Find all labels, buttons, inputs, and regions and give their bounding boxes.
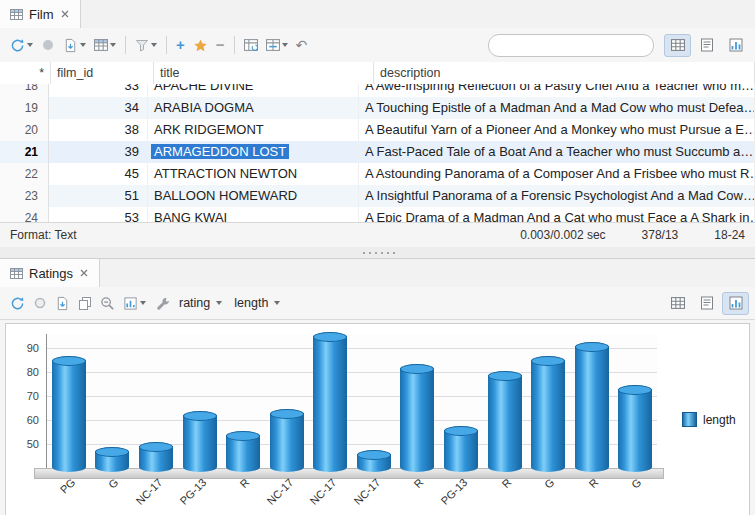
cell-title[interactable]: ATTRACTION NEWTON — [148, 163, 359, 185]
data-grid[interactable]: 1833APACHE DIVINEA Awe-Inspiring Reflect… — [0, 84, 755, 223]
cell-film-id[interactable]: 51 — [49, 185, 148, 207]
chevron-down-icon — [274, 301, 280, 305]
cell-description[interactable]: A Awe-Inspiring Reflection of a Pastry C… — [359, 84, 755, 97]
chart-settings-button[interactable] — [120, 293, 149, 314]
y-axis-field-dropdown[interactable]: length — [228, 293, 286, 313]
text-view-button[interactable] — [693, 34, 720, 57]
chevron-down-icon — [216, 301, 222, 305]
cell-title[interactable]: ARMAGEDDON LOST — [148, 141, 359, 163]
table-row[interactable]: 2453BANG KWAIA Epic Drama of a Madman An… — [0, 207, 755, 223]
x-axis-tick-label: PG-13 — [177, 476, 208, 507]
search-input[interactable] — [501, 37, 660, 53]
chart-bar — [488, 375, 522, 472]
text-view-icon — [700, 38, 714, 52]
tab-film-label: Film — [29, 7, 54, 22]
row-count: 378/13 — [642, 228, 679, 242]
reload-page-button[interactable] — [241, 35, 261, 55]
tab-ratings[interactable]: Ratings — [0, 259, 100, 287]
tab-film[interactable]: Film — [0, 0, 81, 28]
search-field[interactable] — [488, 34, 654, 57]
table-row[interactable]: 2038ARK RIDGEMONTA Beautiful Yarn of a P… — [0, 119, 755, 141]
chart-bar — [400, 368, 434, 473]
cancel-query-button[interactable] — [30, 293, 50, 313]
chart-bar — [357, 454, 391, 472]
cell-description[interactable]: A Fast-Paced Tale of a Boat And a Teache… — [359, 141, 755, 163]
chevron-down-icon — [282, 43, 288, 47]
cell-title[interactable]: BANG KWAI — [148, 207, 359, 223]
copy-button[interactable] — [75, 293, 95, 313]
x-axis-field-dropdown[interactable]: rating — [173, 293, 228, 313]
row-number: 23 — [0, 185, 49, 207]
cell-description[interactable]: A Astounding Panorama of a Composer And … — [359, 163, 755, 185]
column-header-title[interactable]: title — [154, 62, 374, 84]
view-options-button[interactable] — [91, 35, 119, 55]
export-data-button[interactable] — [60, 35, 89, 56]
splitter-handle-icon — [361, 251, 395, 255]
table-row[interactable]: 1934ARABIA DOGMAA Touching Epistle of a … — [0, 97, 755, 119]
cell-film-id[interactable]: 33 — [49, 84, 148, 97]
column-header-description[interactable]: description — [374, 62, 755, 84]
row-number: 18 — [0, 84, 49, 97]
cell-description[interactable]: A Touching Epistle of a Madman And a Mad… — [359, 97, 755, 119]
cell-title[interactable]: APACHE DIVINE — [148, 84, 359, 97]
table-row[interactable]: 1833APACHE DIVINEA Awe-Inspiring Reflect… — [0, 84, 755, 97]
undo-icon: ↶ — [296, 38, 308, 52]
text-view-button[interactable] — [693, 292, 720, 315]
cell-film-id[interactable]: 38 — [49, 119, 148, 141]
column-header-film-id[interactable]: film_id — [51, 62, 154, 84]
gridline — [47, 420, 657, 421]
chart-bar — [139, 446, 173, 472]
chart-tools-button[interactable] — [151, 293, 172, 314]
cell-title[interactable]: ARABIA DOGMA — [148, 97, 359, 119]
chart-icon — [123, 296, 138, 311]
revert-button[interactable]: ↶ — [293, 35, 311, 55]
cell-film-id[interactable]: 39 — [49, 141, 148, 163]
filter-button[interactable] — [132, 35, 160, 55]
delete-row-button[interactable]: − — [213, 35, 228, 55]
cell-title[interactable]: ARK RIDGEMONT — [148, 119, 359, 141]
cancel-query-button[interactable] — [38, 35, 58, 55]
zoom-out-icon — [100, 296, 115, 311]
ratings-panel: Ratings rating length — [0, 258, 755, 515]
change-page-size-button[interactable] — [263, 35, 291, 55]
add-row-button[interactable]: + — [173, 35, 188, 55]
cell-description[interactable]: A Insightful Panorama of a Forensic Psyc… — [359, 185, 755, 207]
table-row[interactable]: 2245ATTRACTION NEWTONA Astounding Panora… — [0, 163, 755, 185]
format-label: Format: Text — [10, 228, 76, 242]
cell-film-id[interactable]: 45 — [49, 163, 148, 185]
table-row[interactable]: 2139ARMAGEDDON LOSTA Fast-Paced Tale of … — [0, 141, 755, 163]
table-row[interactable]: 2351BALLOON HOMEWARDA Insightful Panoram… — [0, 185, 755, 207]
reload-button[interactable] — [7, 293, 28, 314]
refresh-icon — [10, 296, 25, 311]
table-view-button[interactable] — [664, 34, 691, 57]
cell-title[interactable]: BALLOON HOMEWARD — [148, 185, 359, 207]
close-tab-icon[interactable] — [79, 268, 89, 278]
chevron-down-icon — [27, 43, 33, 47]
chart-card: 5060708090PGGNC-17PG-13RNC-17NC-17NC-17R… — [5, 323, 750, 515]
table-view-icon — [671, 38, 685, 52]
star-button[interactable] — [190, 35, 211, 56]
cell-film-id[interactable]: 34 — [49, 97, 148, 119]
chart-platform — [34, 468, 664, 479]
chart-view-button[interactable] — [722, 292, 749, 315]
film-panel: Film + − — [0, 0, 755, 247]
close-tab-icon[interactable] — [60, 9, 70, 19]
chart-bar — [313, 336, 347, 472]
view-toggle-group — [662, 292, 749, 315]
cell-film-id[interactable]: 53 — [49, 207, 148, 223]
cell-description[interactable]: A Beautiful Yarn of a Pioneer And a Monk… — [359, 119, 755, 141]
table-view-button[interactable] — [664, 292, 691, 315]
export-icon — [63, 38, 78, 53]
table-view-icon — [671, 296, 685, 310]
panel-splitter[interactable] — [0, 247, 755, 258]
zoom-out-button[interactable] — [97, 293, 118, 314]
ratings-toolbar: rating length — [0, 287, 755, 320]
table-pages-icon — [266, 38, 280, 52]
legend-swatch — [682, 412, 697, 427]
column-header-gutter[interactable]: * — [0, 62, 51, 84]
export-chart-button[interactable] — [52, 293, 73, 314]
reload-button[interactable] — [7, 35, 36, 56]
chart-view-button[interactable] — [722, 34, 749, 57]
cell-description[interactable]: A Epic Drama of a Madman And a Cat who m… — [359, 207, 755, 223]
table-grid-icon — [94, 38, 108, 52]
